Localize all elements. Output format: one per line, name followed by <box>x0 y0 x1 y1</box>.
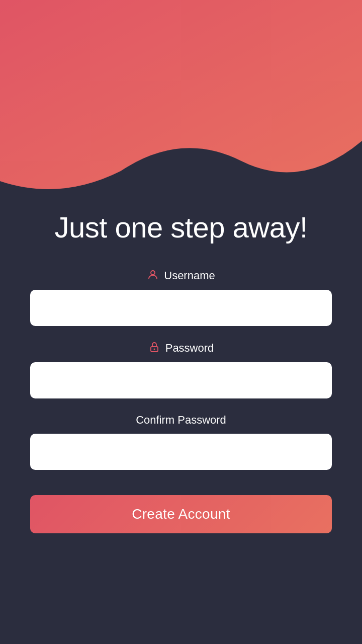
password-label: Password <box>30 341 332 355</box>
username-input[interactable] <box>30 290 332 326</box>
password-input[interactable] <box>30 362 332 398</box>
confirm-password-input[interactable] <box>30 434 332 470</box>
lock-icon <box>148 341 160 355</box>
main-content: Just one step away! Username Pas <box>0 0 362 533</box>
svg-point-0 <box>151 271 155 275</box>
confirm-password-label: Confirm Password <box>30 414 332 427</box>
svg-point-2 <box>153 348 155 350</box>
username-label: Username <box>30 269 332 283</box>
page-headline: Just one step away! <box>54 211 307 244</box>
username-field-group: Username <box>30 269 332 326</box>
create-account-button[interactable]: Create Account <box>30 495 332 533</box>
password-field-group: Password <box>30 341 332 398</box>
user-icon <box>147 269 159 283</box>
confirm-password-field-group: Confirm Password <box>30 414 332 470</box>
